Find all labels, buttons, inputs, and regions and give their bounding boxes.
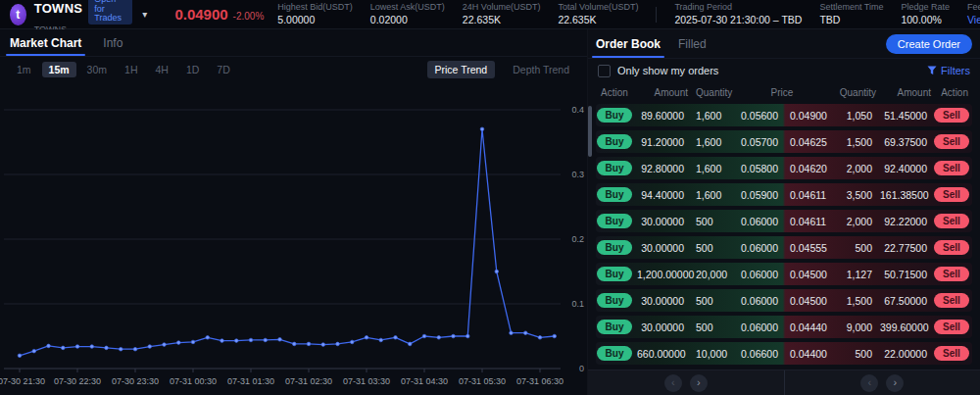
buy-button[interactable]: Buy xyxy=(597,108,633,123)
price-chart[interactable]: 00.10.20.30.407-30 21:3007-30 22:3007-30… xyxy=(0,82,587,395)
svg-text:0.1: 0.1 xyxy=(571,299,584,309)
svg-text:07-31 05:30: 07-31 05:30 xyxy=(459,376,506,386)
svg-text:07-30 22:30: 07-30 22:30 xyxy=(54,376,101,386)
tab-filled[interactable]: Filled xyxy=(678,29,707,58)
chart-tab-bar: Market Chart Info xyxy=(0,29,587,57)
tab-info[interactable]: Info xyxy=(103,29,122,56)
sell-button[interactable]: Sell xyxy=(934,240,969,255)
sell-button[interactable]: Sell xyxy=(934,134,969,149)
sell-price: 0.04500 xyxy=(782,295,833,307)
buy-price: 0.05900 xyxy=(731,189,782,201)
stat-trading-period: Trading Period2025-07-30 21:30:00 – TBD xyxy=(674,2,802,25)
order-book-row: Buy 30.00000 500 0.06000 0.04611 2,000 9… xyxy=(596,210,972,232)
buy-button[interactable]: Buy xyxy=(597,134,633,149)
order-book-row: Buy 30.00000 500 0.06000 0.04555 500 22.… xyxy=(596,236,972,259)
order-book-row: Buy 89.60000 1,600 0.05600 0.04900 1,050… xyxy=(596,104,972,126)
buy-button[interactable]: Buy xyxy=(597,214,633,228)
filters-link[interactable]: Filters xyxy=(927,65,970,76)
timeframe-15m[interactable]: 15m xyxy=(42,62,76,77)
sell-amount: 22.00000 xyxy=(876,348,931,360)
sell-button[interactable]: Sell xyxy=(934,346,969,361)
order-book-row: Buy 92.80000 1,600 0.05800 0.04620 2,000… xyxy=(596,157,972,179)
chevron-down-icon[interactable]: ▾ xyxy=(142,9,147,20)
stat-label: Fees xyxy=(967,2,980,13)
order-book-column-headers: Action Amount Quantity Price Quantity Am… xyxy=(588,82,980,102)
buy-amount: 660.00000 xyxy=(633,348,688,360)
buy-price: 0.06000 xyxy=(731,216,782,227)
buy-quantity: 500 xyxy=(688,216,731,227)
sell-button[interactable]: Sell xyxy=(934,293,969,308)
buy-amount: 1,200.00000 xyxy=(633,269,688,280)
order-book-row: Buy 94.40000 1,600 0.05900 0.04611 3,500… xyxy=(596,183,972,206)
buy-next-page-button[interactable]: › xyxy=(690,374,708,392)
sell-button[interactable]: Sell xyxy=(934,267,969,281)
scrollbar-thumb[interactable] xyxy=(588,106,592,157)
timeframe-4h[interactable]: 4H xyxy=(148,62,174,77)
timeframe-30m[interactable]: 30m xyxy=(80,62,114,77)
price-trend-toggle[interactable]: Price Trend xyxy=(427,61,496,78)
stat-total-volume-usdt-: Total Volume(USDT)22.635K xyxy=(558,2,638,25)
header-action-sell: Action xyxy=(931,87,972,98)
buy-amount: 30.00000 xyxy=(633,216,688,227)
order-book-header: Order Book Filled Create Order xyxy=(588,29,980,59)
header-action-buy: Action xyxy=(596,87,633,98)
buy-price: 0.06000 xyxy=(731,321,782,333)
buy-amount: 30.00000 xyxy=(633,242,688,254)
buy-button[interactable]: Buy xyxy=(597,346,633,361)
sell-quantity: 500 xyxy=(833,242,876,254)
stat-fees: FeesView › xyxy=(967,2,980,25)
sell-amount: 67.50000 xyxy=(876,295,931,307)
buy-amount: 30.00000 xyxy=(633,321,688,333)
stat-value: 0.02000 xyxy=(370,14,445,26)
sell-button[interactable]: Sell xyxy=(934,187,969,202)
buy-quantity: 500 xyxy=(688,242,731,254)
sell-quantity: 1,127 xyxy=(833,269,876,280)
stat-value: 22.635K xyxy=(463,14,541,26)
header-quantity-buy: Quantity xyxy=(688,87,731,98)
tab-market-chart[interactable]: Market Chart xyxy=(10,29,81,56)
depth-trend-toggle[interactable]: Depth Trend xyxy=(505,61,577,78)
sell-amount: 399.60000 xyxy=(876,321,931,333)
buy-button[interactable]: Buy xyxy=(597,293,633,308)
svg-text:07-31 01:30: 07-31 01:30 xyxy=(227,376,274,386)
tab-order-book[interactable]: Order Book xyxy=(596,29,661,58)
svg-text:0.4: 0.4 xyxy=(571,105,584,115)
timeframe-7d[interactable]: 7D xyxy=(210,62,236,77)
sell-price: 0.04900 xyxy=(782,110,833,122)
sell-button[interactable]: Sell xyxy=(934,161,969,175)
sell-quantity: 2,000 xyxy=(833,163,876,174)
buy-prev-page-button[interactable]: ‹ xyxy=(664,374,682,392)
buy-button[interactable]: Buy xyxy=(597,240,633,255)
create-order-button[interactable]: Create Order xyxy=(886,34,972,54)
top-bar: t TOWNS Open for Trades TOWNS ▾ 0.04900 … xyxy=(0,0,980,29)
buy-button[interactable]: Buy xyxy=(597,267,633,281)
stat-label: Settlement Time xyxy=(819,2,883,13)
header-price: Price xyxy=(731,87,833,98)
buy-button[interactable]: Buy xyxy=(597,187,633,202)
order-book-rows: Buy 89.60000 1,600 0.05600 0.04900 1,050… xyxy=(588,102,980,370)
stat-label: Highest Bid(USDT) xyxy=(277,2,353,13)
timeframe-1m[interactable]: 1m xyxy=(10,62,38,77)
buy-amount: 94.40000 xyxy=(633,189,688,201)
timeframe-1h[interactable]: 1H xyxy=(118,62,144,77)
fees-view-link[interactable]: View › xyxy=(967,14,980,26)
sell-quantity: 9,000 xyxy=(833,321,876,333)
stat-24h-volume-usdt-: 24H Volume(USDT)22.635K xyxy=(463,2,541,25)
sell-price: 0.04611 xyxy=(782,216,833,227)
buy-button[interactable]: Buy xyxy=(597,320,633,334)
only-my-orders-label[interactable]: Only show my orders xyxy=(617,65,718,76)
buy-quantity: 1,600 xyxy=(688,189,731,201)
stat-value: 5.00000 xyxy=(277,14,353,26)
order-book-row: Buy 30.00000 500 0.06000 0.04500 1,500 6… xyxy=(596,289,972,312)
buy-price: 0.06000 xyxy=(731,269,782,280)
sell-next-page-button[interactable]: › xyxy=(886,374,904,392)
sell-button[interactable]: Sell xyxy=(934,108,969,123)
buy-button[interactable]: Buy xyxy=(597,161,633,175)
sell-button[interactable]: Sell xyxy=(934,214,969,228)
timeframe-1d[interactable]: 1D xyxy=(179,62,206,77)
only-my-orders-checkbox[interactable] xyxy=(598,65,611,77)
sell-button[interactable]: Sell xyxy=(934,320,969,334)
svg-text:07-31 03:30: 07-31 03:30 xyxy=(343,376,390,386)
buy-amount: 89.60000 xyxy=(633,110,688,122)
sell-prev-page-button[interactable]: ‹ xyxy=(860,374,878,392)
